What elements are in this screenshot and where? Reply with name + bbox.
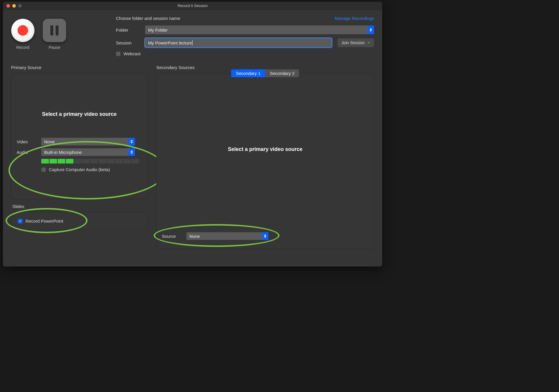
secondary-tabs: Secondary 1 Secondary 2: [231, 69, 299, 77]
chevron-updown-icon: [128, 148, 135, 156]
chevron-updown-icon: [128, 138, 135, 145]
level-segment: [123, 159, 131, 164]
pause-label: Pause: [43, 45, 66, 50]
manage-recordings-link[interactable]: Manage Recordings: [335, 16, 374, 21]
secondary-source-label: Source: [162, 234, 182, 239]
session-label: Session: [116, 40, 139, 45]
folder-select[interactable]: My Folder: [145, 25, 374, 34]
primary-source-title: Primary Source: [11, 65, 148, 70]
zoom-icon[interactable]: [18, 4, 22, 8]
audio-label: Audio: [17, 150, 37, 155]
slides-panel: Record PowerPoint: [11, 212, 148, 230]
pause-icon: [56, 25, 59, 35]
record-controls: Record Pause: [11, 19, 66, 50]
chevron-down-icon: [368, 42, 370, 44]
secondary-source-select[interactable]: None: [186, 232, 268, 240]
folder-label: Folder: [116, 27, 139, 32]
level-segment: [90, 159, 98, 164]
audio-select[interactable]: Built-in Microphone: [41, 148, 135, 156]
record-powerpoint-label: Record PowerPoint: [25, 219, 63, 223]
chevron-updown-icon: [368, 25, 374, 34]
window-title: Record A Session: [3, 4, 382, 8]
level-segment: [99, 159, 106, 164]
primary-placeholder: Select a primary video source: [17, 111, 142, 117]
capture-computer-audio-label: Capture Computer Audio (beta): [49, 167, 110, 172]
secondary-placeholder: Select a primary video source: [162, 146, 368, 152]
record-label: Record: [11, 45, 35, 50]
text-cursor: [192, 40, 193, 45]
tab-secondary-1[interactable]: Secondary 1: [231, 69, 265, 77]
level-segment: [58, 159, 65, 164]
video-select[interactable]: None: [41, 138, 135, 145]
record-button[interactable]: [11, 19, 35, 42]
form-area: Choose folder and session name Manage Re…: [116, 16, 374, 56]
level-segment: [49, 159, 57, 164]
content: Record Pause Choose folder and session n…: [3, 10, 382, 267]
level-segment: [41, 159, 49, 164]
tab-secondary-2[interactable]: Secondary 2: [265, 69, 299, 77]
webcast-checkbox[interactable]: [116, 51, 121, 56]
record-powerpoint-checkbox[interactable]: [18, 219, 23, 223]
level-segment: [74, 159, 82, 164]
secondary-sources-panel: Secondary 1 Secondary 2 Select a primary…: [156, 73, 374, 249]
window: Record A Session Record Pause: [3, 2, 382, 267]
level-segment: [115, 159, 123, 164]
slides-title: Slides: [12, 204, 148, 209]
primary-source-panel: Select a primary video source Video None…: [11, 73, 148, 199]
record-icon: [18, 25, 28, 36]
level-segment: [131, 159, 139, 164]
audio-level-meter: [41, 159, 142, 164]
session-input[interactable]: My PowerPoint lecture: [145, 38, 332, 47]
level-segment: [66, 159, 73, 164]
webcast-label: Webcast: [124, 51, 140, 56]
capture-computer-audio-checkbox[interactable]: [41, 167, 46, 172]
minimize-icon[interactable]: [12, 4, 16, 8]
close-icon[interactable]: [6, 4, 10, 8]
folder-value: My Folder: [148, 27, 168, 32]
level-segment: [107, 159, 114, 164]
pause-button[interactable]: [43, 19, 66, 42]
video-label: Video: [17, 139, 37, 144]
pause-icon: [50, 25, 53, 35]
session-value: My PowerPoint lecture: [148, 40, 192, 45]
traffic-lights: [6, 4, 22, 8]
chevron-updown-icon: [262, 232, 268, 240]
titlebar: Record A Session: [3, 2, 382, 10]
join-session-button[interactable]: Join Session: [337, 38, 374, 47]
level-segment: [82, 159, 90, 164]
